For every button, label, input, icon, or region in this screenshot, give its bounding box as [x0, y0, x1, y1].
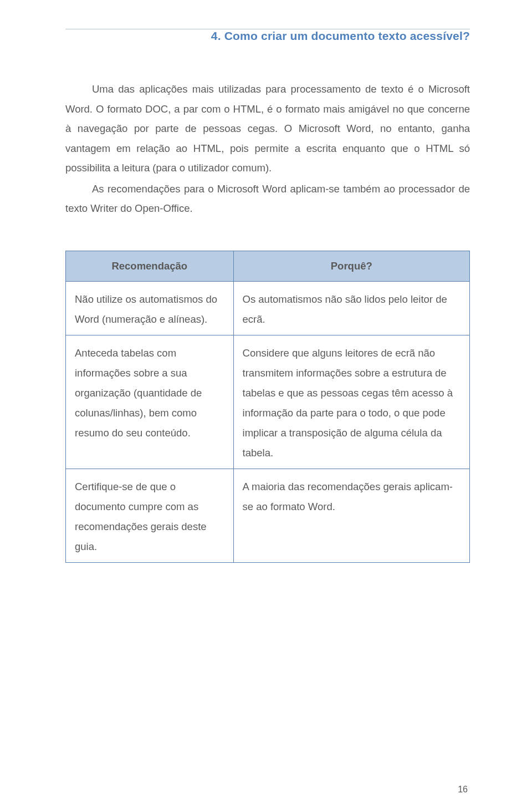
page-number: 16	[458, 785, 468, 795]
table-cell: Anteceda tabelas com informações sobre a…	[66, 335, 234, 469]
table-header-porque: Porquê?	[233, 251, 469, 281]
table-cell: Certifique-se de que o documento cumpre …	[66, 469, 234, 563]
table-row: Certifique-se de que o documento cumpre …	[66, 469, 470, 563]
table-row: Não utilize os automatismos do Word (num…	[66, 281, 470, 335]
recommendations-table: Recomendação Porquê? Não utilize os auto…	[65, 251, 470, 563]
table-cell: Não utilize os automatismos do Word (num…	[66, 281, 234, 335]
table-cell: A maioria das recomendações gerais aplic…	[233, 469, 469, 563]
table-cell: Os automatismos não são lidos pelo leito…	[233, 281, 469, 335]
table-cell: Considere que alguns leitores de ecrã nã…	[233, 335, 469, 469]
header-block: 4. Como criar um documento texto acessív…	[65, 29, 470, 43]
table-header-recomendacao: Recomendação	[66, 251, 234, 281]
page-title: 4. Como criar um documento texto acessív…	[203, 29, 470, 43]
paragraph-1: Uma das aplicações mais utilizadas para …	[65, 79, 470, 178]
table-row: Anteceda tabelas com informações sobre a…	[66, 335, 470, 469]
table-header-row: Recomendação Porquê?	[66, 251, 470, 281]
page: 4. Como criar um documento texto acessív…	[0, 0, 532, 809]
paragraph-2: As recomendações para o Microsoft Word a…	[65, 179, 470, 218]
body-text: Uma das aplicações mais utilizadas para …	[65, 79, 470, 218]
